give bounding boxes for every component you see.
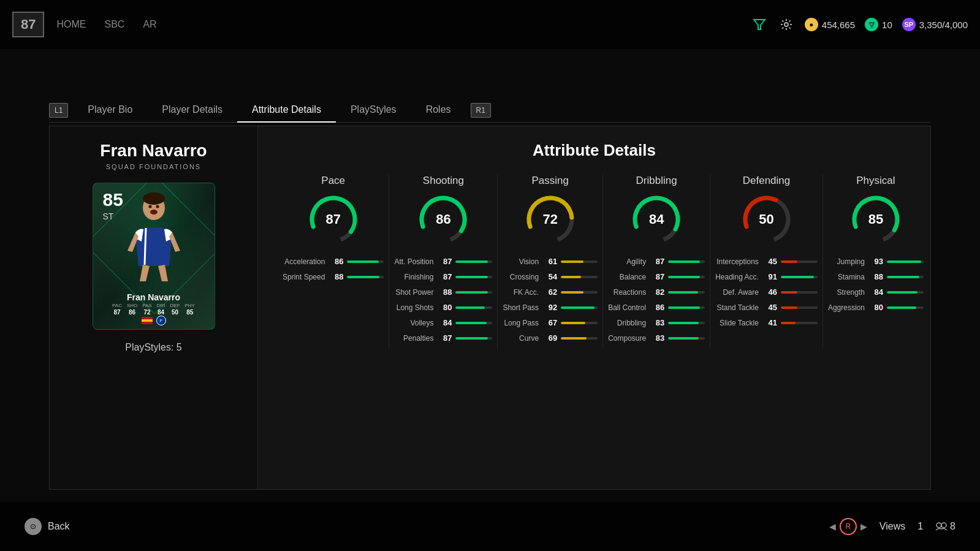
- card-flags: P: [142, 316, 166, 325]
- svg-point-8: [143, 192, 165, 205]
- tab-playstyles[interactable]: PlayStyles: [336, 98, 411, 123]
- tab-attribute-details[interactable]: Attribute Details: [237, 98, 336, 123]
- nav-arrows: ◀ R ▶: [829, 518, 867, 535]
- top-bar: 87 HOME SBC AR ● 454,665 ▽ 10: [0, 0, 980, 49]
- stat-name: Heading Acc.: [715, 273, 759, 281]
- stat-bar: [668, 306, 700, 309]
- attr-column-passing: Passing 72 Vision 61 Crossing 54 FK Acc.: [498, 175, 603, 349]
- stat-bar-container: [668, 306, 705, 309]
- playstyles-text: PlayStyles: 5: [125, 342, 181, 353]
- circle-label-dribbling: 84: [649, 211, 664, 227]
- transfer-icon: ▽: [865, 18, 878, 31]
- stat-name: Composure: [608, 334, 646, 343]
- top-nav: HOME SBC AR: [56, 19, 156, 30]
- stat-bar: [455, 260, 487, 263]
- card-stat-pas: PAS 72: [142, 303, 151, 316]
- stat-name: Slide Tackle: [715, 319, 759, 327]
- card-stat-sho: SHO 86: [127, 303, 137, 316]
- stat-bar: [455, 337, 487, 340]
- circle-label-shooting: 86: [436, 211, 450, 227]
- stat-row: Heading Acc. 91: [715, 272, 818, 281]
- stat-value: 88: [868, 272, 883, 281]
- coins-display: ● 454,665: [805, 18, 855, 31]
- stat-value: 82: [650, 287, 664, 297]
- tab-player-bio[interactable]: Player Bio: [73, 98, 147, 123]
- l1-trigger[interactable]: L1: [49, 103, 68, 118]
- stat-bar-container: [561, 337, 598, 340]
- group-info: 8: [935, 521, 955, 532]
- stat-name: Crossing: [503, 273, 539, 281]
- stat-bar-container: [781, 291, 818, 294]
- settings-icon[interactable]: [778, 16, 795, 33]
- card-stat-phy: PHY 85: [184, 303, 194, 316]
- card-stat-dri: DRI 84: [157, 303, 165, 316]
- stat-row: Slide Tackle 41: [715, 318, 818, 327]
- attr-col-title-pace: Pace: [321, 175, 345, 187]
- stat-value: 88: [437, 287, 452, 297]
- arrow-right[interactable]: ▶: [860, 522, 867, 531]
- top-bar-right: ● 454,665 ▽ 10 SP 3,350/4,000: [751, 16, 968, 33]
- r1-trigger[interactable]: R1: [471, 103, 491, 118]
- back-button[interactable]: ⊙ Back: [25, 518, 70, 535]
- stat-bar: [455, 291, 488, 294]
- stat-name: Def. Aware: [715, 288, 759, 297]
- stat-row: Ball Control 86: [608, 303, 705, 312]
- attr-column-dribbling: Dribbling 84 Agility 87 Balance 87 React…: [603, 175, 710, 349]
- attribute-columns: Pace 87 Acceleration 86 Sprint Speed 88 …: [278, 175, 911, 349]
- stat-name: Ball Control: [608, 303, 646, 312]
- stat-row: Shot Power 88: [394, 287, 492, 297]
- player-name-title: Fran Navarro: [100, 141, 207, 161]
- stat-value: 61: [542, 257, 557, 266]
- nav-sbc[interactable]: SBC: [104, 19, 124, 30]
- left-panel: Fran Navarro SQUAD FOUNDATIONS 85 ST: [50, 126, 258, 489]
- card-stat-pac: PAC 87: [112, 303, 122, 316]
- stat-bar: [455, 306, 485, 309]
- nav-ar[interactable]: AR: [143, 19, 156, 30]
- stat-bar-container: [561, 276, 598, 278]
- player-image: [114, 192, 194, 281]
- circle-label-pace: 87: [325, 211, 340, 227]
- player-score: 87: [12, 12, 44, 37]
- stat-bar: [887, 306, 916, 309]
- stat-name: Jumping: [828, 257, 865, 266]
- stat-bar-container: [455, 276, 492, 278]
- sp-value: 3,350/4,000: [919, 20, 968, 30]
- player-card: 85 ST: [93, 183, 215, 330]
- stat-bar-container: [561, 306, 598, 309]
- stat-row: Agility 87: [608, 257, 705, 266]
- stat-bar: [781, 306, 797, 309]
- tab-player-details[interactable]: Player Details: [147, 98, 237, 123]
- arrow-left[interactable]: ◀: [829, 522, 836, 531]
- stat-value: 69: [542, 333, 557, 343]
- stat-row: Stamina 88: [828, 272, 924, 281]
- stat-bar: [781, 291, 798, 294]
- stat-value: 45: [762, 257, 777, 266]
- stat-bar: [561, 260, 583, 263]
- stat-row: Att. Position 87: [394, 257, 492, 266]
- stat-row: Curve 69: [503, 333, 598, 343]
- transfer-display: ▽ 10: [865, 18, 892, 31]
- stat-name: Strength: [828, 288, 865, 297]
- stat-row: Strength 84: [828, 287, 924, 297]
- stat-bar-container: [347, 276, 384, 278]
- stat-bar: [668, 291, 698, 294]
- stat-bar-container: [781, 260, 818, 263]
- nav-home[interactable]: HOME: [56, 19, 86, 30]
- stat-row: Def. Aware 46: [715, 287, 818, 297]
- stat-value: 88: [329, 272, 343, 281]
- transfer-value: 10: [882, 20, 892, 30]
- stat-row: FK Acc. 62: [503, 287, 598, 297]
- tab-roles[interactable]: Roles: [411, 98, 466, 123]
- stat-name: Acceleration: [283, 257, 325, 266]
- filter-icon[interactable]: [751, 16, 768, 33]
- stat-value: 91: [762, 272, 777, 281]
- sp-display: SP 3,350/4,000: [902, 18, 968, 31]
- stat-row: Long Pass 67: [503, 318, 598, 327]
- card-stat-def: DEF 50: [170, 303, 180, 316]
- top-bar-left: 87 HOME SBC AR: [12, 12, 157, 37]
- stat-name: Reactions: [608, 288, 646, 297]
- stat-value: 86: [650, 303, 664, 312]
- r-button[interactable]: R: [840, 518, 857, 535]
- attribute-details-title: Attribute Details: [278, 141, 911, 160]
- stat-value: 46: [762, 287, 777, 297]
